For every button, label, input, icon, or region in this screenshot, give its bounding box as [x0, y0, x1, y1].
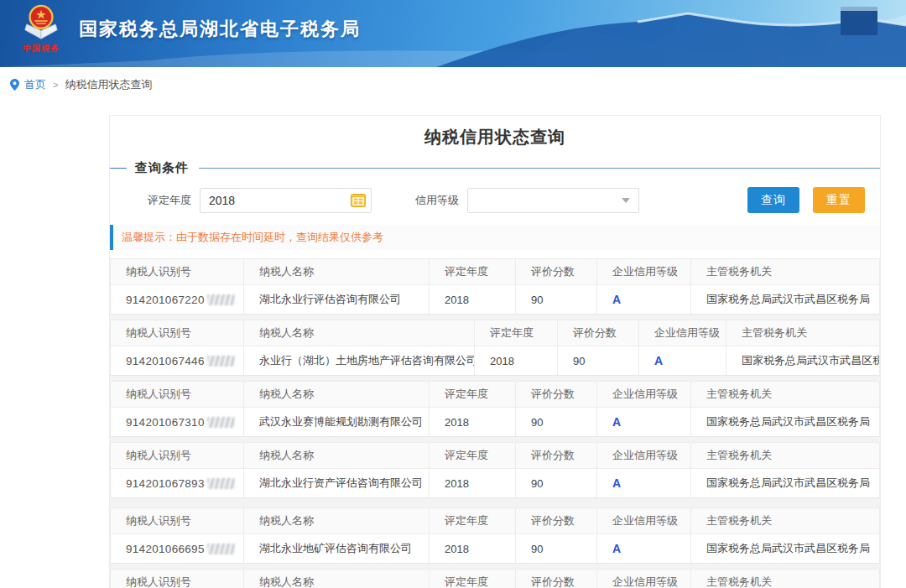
col-header-tax-authority: 主管税务机关 — [726, 320, 879, 346]
taxpayer-id-cell: 914201067893 — [111, 469, 244, 497]
taxpayer-name-cell: 武汉永业赛博能规划勘测有限公司 — [244, 408, 430, 436]
score-cell: 90 — [516, 408, 597, 436]
taxpayer-id-prefix: 914201067893 — [126, 477, 205, 490]
calendar-icon[interactable] — [351, 193, 366, 211]
credit-level-select[interactable] — [467, 188, 639, 213]
result-header-row: 纳税人识别号 纳税人名称 评定年度 评价分数 企业信用等级 主管税务机关 — [111, 570, 879, 588]
tax-authority-cell: 国家税务总局武汉市武昌区税务局 — [726, 346, 879, 375]
tax-authority-cell: 国家税务总局武汉市武昌区税务局 — [691, 534, 879, 563]
col-header-credit-level: 企业信用等级 — [597, 508, 691, 534]
result-data-row: 914201066695 湖北永业地矿评估咨询有限公司 2018 90 A 国家… — [111, 534, 879, 563]
result-data-row: 914201067446 永业行（湖北）土地房地产评估咨询有限公司 2018 9… — [111, 346, 879, 375]
col-header-assessment-year: 评定年度 — [430, 508, 516, 534]
assessment-year-label: 评定年度 — [148, 193, 191, 208]
assessment-year-cell: 2018 — [475, 346, 558, 375]
tax-authority-cell: 国家税务总局武汉市武昌区税务局 — [691, 408, 879, 436]
col-header-credit-level: 企业信用等级 — [597, 570, 691, 588]
col-header-assessment-year: 评定年度 — [430, 570, 516, 588]
col-header-taxpayer-name: 纳税人名称 — [244, 320, 475, 346]
col-header-credit-level: 企业信用等级 — [597, 259, 691, 285]
result-data-row: 914201067310 武汉永业赛博能规划勘测有限公司 2018 90 A 国… — [111, 408, 879, 436]
query-conditions-header: 查询条件 — [110, 160, 880, 176]
search-button[interactable]: 查询 — [747, 187, 799, 213]
col-header-score: 评价分数 — [558, 320, 639, 346]
col-header-score: 评价分数 — [516, 570, 597, 588]
result-section: 纳税人识别号 纳税人名称 评定年度 评价分数 企业信用等级 主管税务机关 914… — [110, 258, 880, 315]
breadcrumb: 首页 > 纳税信用状态查询 — [0, 67, 906, 102]
taxpayer-id-prefix: 914201067220 — [126, 294, 205, 306]
result-header-row: 纳税人识别号 纳税人名称 评定年度 评价分数 企业信用等级 主管税务机关 — [111, 259, 879, 285]
breadcrumb-current-page: 纳税信用状态查询 — [65, 77, 152, 92]
result-data-row: 914201067220 湖北永业行评估咨询有限公司 2018 90 A 国家税… — [111, 285, 879, 314]
results-table: 纳税人识别号 纳税人名称 评定年度 评价分数 企业信用等级 主管税务机关 914… — [110, 258, 880, 588]
taxpayer-id-prefix: 914201066695 — [126, 543, 205, 555]
result-section: 纳税人识别号 纳税人名称 评定年度 评价分数 企业信用等级 主管税务机关 914… — [110, 381, 880, 437]
taxpayer-id-prefix: 914201067310 — [126, 416, 205, 429]
redacted-id-mask — [207, 417, 235, 428]
page-title: 纳税信用状态查询 — [110, 126, 880, 148]
col-header-credit-level: 企业信用等级 — [597, 443, 691, 469]
taxpayer-id-cell: 914201067220 — [111, 285, 244, 314]
col-header-taxpayer-name: 纳税人名称 — [244, 259, 430, 285]
taxpayer-name-cell: 湖北永业行资产评估咨询有限公司 — [244, 469, 430, 497]
credit-level-cell: A — [597, 469, 691, 497]
col-header-score: 评价分数 — [516, 443, 597, 469]
credit-level-cell: A — [639, 346, 726, 375]
tax-authority-cell: 国家税务总局武汉市武昌区税务局 — [691, 285, 879, 314]
col-header-taxpayer-id: 纳税人识别号 — [111, 570, 244, 588]
score-cell: 90 — [516, 469, 597, 497]
fieldset-rule-line — [199, 168, 880, 169]
col-header-taxpayer-name: 纳税人名称 — [244, 508, 430, 534]
taxpayer-name-cell: 湖北永业行评估咨询有限公司 — [244, 285, 430, 314]
col-header-credit-level: 企业信用等级 — [597, 382, 691, 408]
col-header-taxpayer-id: 纳税人识别号 — [111, 259, 244, 285]
result-header-row: 纳税人识别号 纳税人名称 评定年度 评价分数 企业信用等级 主管税务机关 — [111, 508, 879, 534]
col-header-taxpayer-id: 纳税人识别号 — [111, 320, 244, 346]
score-cell: 90 — [558, 346, 639, 375]
assessment-year-cell: 2018 — [430, 534, 516, 563]
col-header-score: 评价分数 — [516, 382, 597, 408]
taxpayer-id-prefix: 914201067446 — [126, 355, 205, 367]
taxpayer-id-cell: 914201067310 — [111, 408, 244, 436]
credit-level-cell: A — [597, 408, 691, 436]
reset-button[interactable]: 重置 — [813, 187, 865, 213]
query-conditions-title: 查询条件 — [135, 160, 189, 176]
redacted-id-mask — [207, 356, 235, 367]
redacted-id-mask — [207, 294, 235, 305]
col-header-credit-level: 企业信用等级 — [639, 320, 726, 346]
col-header-taxpayer-name: 纳税人名称 — [244, 570, 430, 588]
col-header-tax-authority: 主管税务机关 — [691, 443, 879, 469]
col-header-tax-authority: 主管税务机关 — [691, 570, 879, 588]
col-header-taxpayer-id: 纳税人识别号 — [111, 382, 244, 408]
col-header-score: 评价分数 — [516, 259, 597, 285]
taxpayer-name-cell: 永业行（湖北）土地房地产评估咨询有限公司 — [244, 346, 475, 375]
tax-bureau-logo: 中国税务 — [15, 3, 67, 55]
col-header-tax-authority: 主管税务机关 — [691, 259, 879, 285]
result-section: 纳税人识别号 纳税人名称 评定年度 评价分数 企业信用等级 主管税务机关 914… — [110, 569, 880, 588]
result-header-row: 纳税人识别号 纳税人名称 评定年度 评价分数 企业信用等级 主管税务机关 — [111, 443, 879, 469]
fieldset-left-dash — [110, 168, 127, 169]
taxpayer-name-cell: 湖北永业地矿评估咨询有限公司 — [244, 534, 430, 563]
result-section: 纳税人识别号 纳税人名称 评定年度 评价分数 企业信用等级 主管税务机关 914… — [110, 442, 880, 498]
result-section: 纳税人识别号 纳税人名称 评定年度 评价分数 企业信用等级 主管税务机关 914… — [110, 320, 880, 376]
query-panel: 纳税信用状态查询 查询条件 评定年度 信用等级 查询 重 — [109, 115, 881, 588]
credit-level-label: 信用等级 — [415, 193, 459, 208]
assessment-year-input[interactable] — [200, 188, 372, 213]
credit-level-cell: A — [597, 285, 691, 314]
breadcrumb-separator: > — [53, 80, 58, 90]
taxpayer-id-cell: 914201067446 — [111, 346, 244, 375]
location-pin-icon — [10, 79, 19, 91]
col-header-assessment-year: 评定年度 — [430, 259, 516, 285]
chevron-down-icon — [622, 198, 630, 203]
redacted-id-mask — [207, 478, 235, 489]
assessment-year-cell: 2018 — [430, 408, 516, 436]
col-header-taxpayer-name: 纳税人名称 — [244, 443, 430, 469]
col-header-taxpayer-id: 纳税人识别号 — [111, 508, 244, 534]
tax-authority-cell: 国家税务总局武汉市武昌区税务局 — [691, 469, 879, 497]
col-header-taxpayer-id: 纳税人识别号 — [111, 443, 244, 469]
header-banner: 中国税务 国家税务总局湖北省电子税务局 — [0, 0, 906, 67]
site-title: 国家税务总局湖北省电子税务局 — [79, 17, 361, 42]
result-header-row: 纳税人识别号 纳税人名称 评定年度 评价分数 企业信用等级 主管税务机关 — [111, 382, 879, 408]
score-cell: 90 — [516, 285, 597, 314]
breadcrumb-home-link[interactable]: 首页 — [24, 77, 46, 92]
